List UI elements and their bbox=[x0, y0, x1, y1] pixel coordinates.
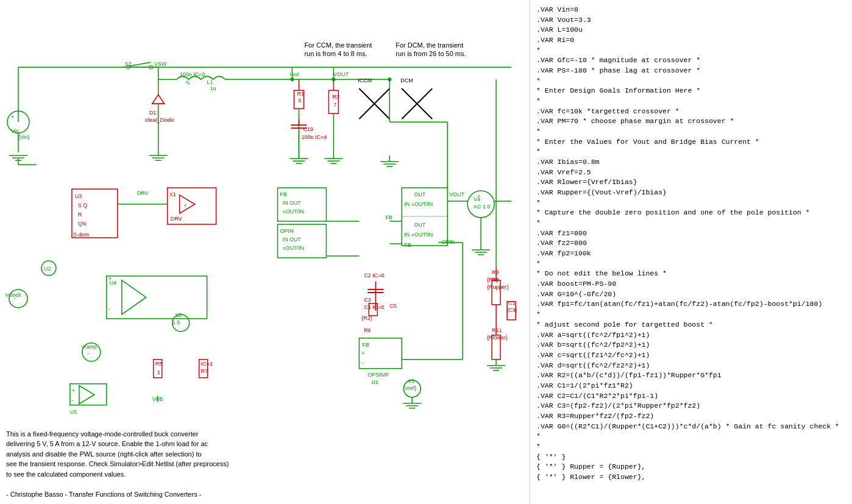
text-line: .VAR boost=PM-PS-90 bbox=[536, 279, 846, 289]
svg-text:U1: U1 bbox=[371, 379, 378, 385]
text-line: .VAR L=100u bbox=[536, 25, 846, 35]
svg-text:C19: C19 bbox=[303, 126, 313, 132]
svg-text:run is from 4 to 8 ms.: run is from 4 to 8 ms. bbox=[304, 50, 367, 57]
desc-line3: analysis and disable the PWL source (rig… bbox=[6, 450, 202, 458]
text-line: * Enter Design Goals Information Here * bbox=[536, 86, 846, 96]
svg-text:r: r bbox=[185, 202, 186, 208]
svg-text:X1: X1 bbox=[169, 191, 176, 197]
text-line: .VAR Rlower={Vref/Ibias} bbox=[536, 177, 846, 188]
text-line: .VAR fc=10k *targetted crossover * bbox=[536, 107, 846, 117]
svg-point-198 bbox=[290, 77, 294, 81]
text-line: * bbox=[536, 442, 846, 452]
text-line: * bbox=[536, 431, 846, 442]
desc-line7: - Christophe Basso - Transfer Functions … bbox=[6, 491, 201, 498]
svg-text:IC=1: IC=1 bbox=[201, 361, 213, 367]
text-line: .VAR C1=1/(2*pi*fz1*R2) bbox=[536, 381, 846, 391]
svg-text:FB: FB bbox=[385, 215, 392, 221]
text-line: .VAR C2=C1/(C1*R2*2*pi*fp1-1) bbox=[536, 391, 846, 402]
svg-text:{R3}: {R3} bbox=[487, 277, 497, 283]
text-line: * Capture the double zero position and o… bbox=[536, 208, 846, 218]
text-line: .VAR G0=((R2*C1)/(Rupper*(C1+C2)))*c*d/(… bbox=[536, 422, 846, 432]
svg-text:-: - bbox=[108, 306, 110, 312]
svg-text:C2 IC=0: C2 IC=0 bbox=[364, 272, 384, 279]
schematic-area: For CCM, the transient run is from 4 to … bbox=[0, 0, 530, 504]
text-line: * adjust second pole for targetted boost… bbox=[536, 320, 846, 330]
text-line: * bbox=[536, 76, 846, 87]
svg-text:FB: FB bbox=[404, 242, 411, 248]
svg-text:R9: R9 bbox=[492, 269, 499, 275]
svg-text:U5: U5 bbox=[70, 409, 77, 415]
svg-text:~: ~ bbox=[87, 351, 90, 357]
text-line: .VAR C3=(fp2-fz2)/(2*pi*Rupper*fp2*fz2) bbox=[536, 401, 846, 411]
text-line: .VAR fz1=800 bbox=[536, 229, 846, 239]
svg-text:IN =OUT/IN: IN =OUT/IN bbox=[404, 232, 433, 238]
svg-text:Vin: Vin bbox=[11, 128, 19, 134]
svg-text:C3: C3 bbox=[364, 297, 371, 303]
text-line: .VAR Vref=2.5 bbox=[536, 168, 846, 178]
svg-text:OPIN: OPIN bbox=[441, 239, 455, 245]
text-line: * bbox=[536, 218, 846, 229]
text-line: .VAR Ibias=0.8m bbox=[536, 157, 846, 168]
svg-text:run is from 26 to 50 ms.: run is from 26 to 50 ms. bbox=[396, 50, 466, 57]
text-line: .VAR Rupper={(Vout-Vref)/Ibias} bbox=[536, 188, 846, 198]
text-line: .VAR G=10^(-Gfc/20) bbox=[536, 289, 846, 300]
text-line: .VAR c=sqrt((fz1^2/fc^2)+1) bbox=[536, 350, 846, 361]
svg-text:R11: R11 bbox=[492, 327, 502, 333]
svg-text:R7: R7 bbox=[201, 368, 208, 374]
svg-text:1u: 1u bbox=[210, 85, 216, 91]
svg-text:U3: U3 bbox=[75, 193, 82, 199]
svg-text:R5: R5 bbox=[155, 361, 162, 367]
netlist-panel: .VAR Vin=8.VAR Vout=3.3.VAR L=100u.VAR R… bbox=[530, 0, 852, 504]
svg-text:DRV: DRV bbox=[171, 216, 182, 222]
text-line: { '*' } Rlower = {Rlower}, bbox=[536, 472, 846, 483]
text-line: .VAR R3=Rupper*fz2/(fp2-fz2) bbox=[536, 411, 846, 422]
svg-text:+: + bbox=[72, 388, 75, 394]
text-line: * bbox=[536, 127, 846, 137]
svg-text:Ideal_Diode: Ideal_Diode bbox=[145, 117, 174, 123]
text-line: * bbox=[536, 46, 846, 56]
svg-text:R: R bbox=[78, 211, 82, 218]
text-line: { '*' } Rupper = {Rupper}, bbox=[536, 462, 846, 472]
svg-text:C1: C1 bbox=[508, 300, 515, 306]
text-line: .VAR Vout=3.3 bbox=[536, 15, 846, 26]
svg-text:C5: C5 bbox=[389, 303, 396, 309]
text-line: .VAR b=sqrt((fc^2/fp2^2)+1) bbox=[536, 340, 846, 350]
svg-text:AC 1 0: AC 1 0 bbox=[474, 204, 490, 210]
svg-text:1.5: 1.5 bbox=[172, 319, 180, 325]
svg-text:7: 7 bbox=[333, 102, 336, 108]
text-line: .VAR R2=((a*b/(c*d))/(fp1-fz1))*Rupper*G… bbox=[536, 371, 846, 381]
desc-line1: This is a fixed-frequency voltage-mode-c… bbox=[6, 430, 198, 438]
svg-text:S   Q: S Q bbox=[78, 202, 87, 208]
desc-line2: delivering 5 V, 5 A from a 12-V source. … bbox=[6, 440, 208, 447]
svg-text:=OUT/IN: =OUT/IN bbox=[282, 208, 304, 215]
bottom-description: This is a fixed-frequency voltage-mode-c… bbox=[0, 424, 530, 505]
svg-text:~: ~ bbox=[13, 296, 16, 301]
svg-text:+: + bbox=[477, 193, 480, 199]
svg-text:=OUT/IN: =OUT/IN bbox=[282, 245, 304, 251]
svg-text:For DCM, the transient: For DCM, the transient bbox=[396, 41, 463, 49]
svg-point-199 bbox=[388, 77, 391, 81]
svg-text:+: + bbox=[108, 275, 112, 282]
svg-text:+: + bbox=[11, 114, 14, 120]
svg-text:OPIN: OPIN bbox=[280, 228, 293, 234]
svg-text:VOUT: VOUT bbox=[333, 71, 349, 77]
svg-text:0: 0 bbox=[298, 98, 301, 104]
text-line: * Enter the Values for Vout and Bridge B… bbox=[536, 137, 846, 147]
text-line: .VAR Vin=8 bbox=[536, 5, 846, 15]
svg-text:L1: L1 bbox=[207, 79, 213, 85]
svg-text:IN =OUT/IN: IN =OUT/IN bbox=[404, 201, 433, 207]
svg-text:{Rupper}: {Rupper} bbox=[487, 284, 508, 290]
svg-text:QN: QN bbox=[78, 221, 86, 227]
text-line: .VAR PM=70 * choose phase margin at cros… bbox=[536, 116, 846, 127]
svg-text:FB: FB bbox=[362, 342, 369, 348]
svg-text:100u IC=4: 100u IC=4 bbox=[301, 134, 327, 140]
svg-text:DRV: DRV bbox=[137, 190, 149, 196]
svg-text:OUT: OUT bbox=[414, 191, 425, 197]
svg-text:-: - bbox=[72, 397, 74, 403]
svg-text:R1: R1 bbox=[297, 91, 304, 97]
text-line: * bbox=[536, 198, 846, 208]
svg-text:1: 1 bbox=[157, 369, 160, 375]
svg-text:R6: R6 bbox=[364, 327, 371, 333]
svg-text:{Vref}: {Vref} bbox=[403, 385, 416, 391]
text-line: .VAR Ri=0 bbox=[536, 35, 846, 46]
